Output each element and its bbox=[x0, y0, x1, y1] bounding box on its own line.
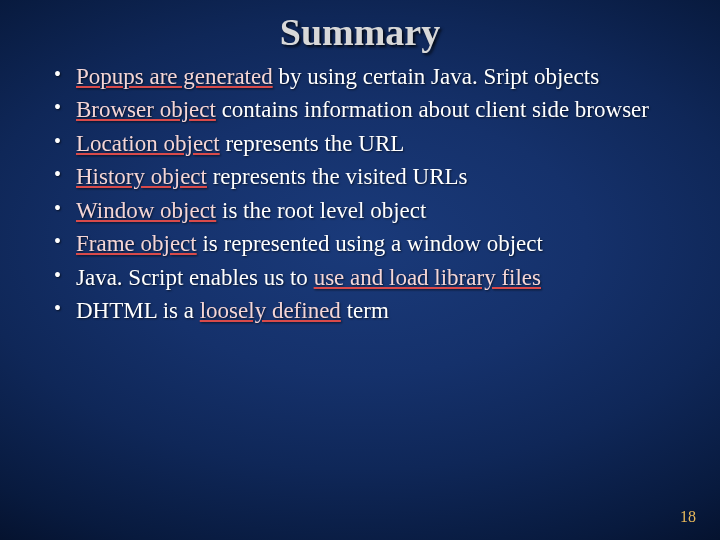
slide-title: Summary bbox=[0, 0, 720, 54]
bullet-underline: Popups are generated bbox=[76, 64, 273, 89]
list-item: Location object represents the URL bbox=[54, 129, 680, 158]
list-item: DHTML is a loosely defined term bbox=[54, 296, 680, 325]
list-item: History object represents the visited UR… bbox=[54, 162, 680, 191]
slide: Summary Popups are generated by using ce… bbox=[0, 0, 720, 540]
list-item: Frame object is represented using a wind… bbox=[54, 229, 680, 258]
bullet-underline: Window object bbox=[76, 198, 216, 223]
list-item: Browser object contains information abou… bbox=[54, 95, 680, 124]
list-item: Popups are generated by using certain Ja… bbox=[54, 62, 680, 91]
bullet-underline: Browser object bbox=[76, 97, 216, 122]
bullet-post: contains information about client side b… bbox=[216, 97, 649, 122]
bullet-underline: Location object bbox=[76, 131, 220, 156]
bullet-pre: Java. Script enables us to bbox=[76, 265, 314, 290]
bullet-pre: DHTML is a bbox=[76, 298, 200, 323]
bullet-underline: use and load library files bbox=[314, 265, 541, 290]
bullet-underline: Frame object bbox=[76, 231, 197, 256]
list-item: Window object is the root level object bbox=[54, 196, 680, 225]
bullet-post: represents the visited URLs bbox=[207, 164, 468, 189]
list-item: Java. Script enables us to use and load … bbox=[54, 263, 680, 292]
bullet-underline: loosely defined bbox=[200, 298, 341, 323]
page-number: 18 bbox=[680, 508, 696, 526]
bullet-list: Popups are generated by using certain Ja… bbox=[0, 62, 720, 326]
bullet-post: term bbox=[341, 298, 389, 323]
bullet-post: is represented using a window object bbox=[197, 231, 543, 256]
bullet-post: is the root level object bbox=[216, 198, 426, 223]
bullet-post: represents the URL bbox=[220, 131, 405, 156]
bullet-underline: History object bbox=[76, 164, 207, 189]
bullet-post: by using certain Java. Sript objects bbox=[273, 64, 599, 89]
